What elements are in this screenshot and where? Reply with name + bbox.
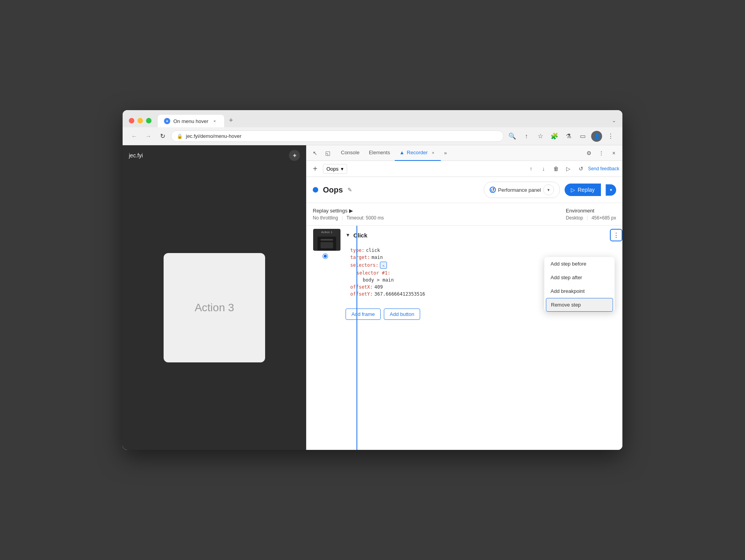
lock-icon: 🔒: [177, 134, 183, 139]
close-button[interactable]: [129, 118, 134, 123]
step-dot: [323, 254, 328, 259]
context-menu-add-breakpoint[interactable]: Add breakpoint: [544, 284, 615, 298]
edit-recording-name-icon[interactable]: ✎: [348, 187, 352, 193]
address-bar[interactable]: 🔒 jec.fyi/demo/menu-hover: [171, 130, 504, 142]
devtools-panel: ↖ ◱ Console Elements ▲ Recorder × » ⚙ ⋮: [306, 145, 622, 450]
action-card: Action 3: [164, 253, 265, 362]
performance-dropdown-icon[interactable]: ▾: [543, 184, 554, 195]
devtools-more-icon[interactable]: ⋮: [596, 148, 607, 159]
context-menu-add-step-after[interactable]: Add step after: [544, 271, 615, 284]
bookmark-icon[interactable]: ☆: [535, 131, 546, 142]
context-menu-add-step-before[interactable]: Add step before: [544, 257, 615, 271]
title-bar: ● On menu hover × + ⌄: [123, 110, 622, 127]
add-recording-button[interactable]: +: [310, 163, 321, 174]
step-collapse-icon[interactable]: ▼: [346, 232, 350, 238]
page-panel: jec.fyi ✦ Action 3: [123, 145, 306, 450]
tab-recorder[interactable]: ▲ Recorder ×: [395, 145, 441, 161]
toolbar-actions: 🔍 ↑ ☆ 🧩 ⚗ ▭ 👤 ⋮: [507, 131, 616, 142]
thumbnail-label: Action 1: [321, 230, 333, 234]
sidebar-icon[interactable]: ▭: [577, 131, 588, 142]
tab-expand-button[interactable]: ⌄: [612, 118, 616, 123]
new-tab-button[interactable]: +: [226, 115, 237, 126]
recorder-tab-close[interactable]: ×: [430, 150, 436, 156]
devtools-settings-icon[interactable]: ⚙: [583, 148, 594, 159]
tabs-row: ● On menu hover × + ⌄: [158, 115, 616, 127]
recording-selector[interactable]: Oops ▾: [323, 164, 347, 174]
recording-selector-chevron: ▾: [341, 166, 344, 172]
tab-favicon: ●: [164, 118, 170, 124]
delete-recording-icon[interactable]: 🗑: [551, 163, 561, 174]
devtools-tab-icons: ↖ ◱: [310, 148, 333, 159]
share-icon[interactable]: ↑: [521, 131, 532, 142]
replay-settings-label[interactable]: Replay settings ▶: [313, 208, 384, 214]
recorder-indicator: ▲: [399, 150, 405, 155]
tab-console[interactable]: Console: [336, 145, 364, 161]
context-menu: Add step before Add step after Add break…: [544, 257, 615, 312]
maximize-button[interactable]: [146, 118, 151, 123]
environment-label: Environment: [566, 208, 616, 214]
step-type-label: Click: [353, 232, 367, 239]
inspect-element-icon[interactable]: ↖: [310, 148, 321, 159]
devtools-actions: ⚙ ⋮ ×: [583, 148, 619, 159]
thumbnail-inner: [317, 237, 336, 251]
replay-button[interactable]: ▷ Replay: [565, 184, 601, 196]
recording-active-dot: [313, 187, 318, 193]
refresh-button[interactable]: ↻: [157, 131, 168, 142]
page-title: jec.fyi: [129, 152, 143, 159]
replay-step-icon[interactable]: ▷: [563, 163, 574, 174]
profile-icon[interactable]: 👤: [591, 131, 602, 142]
timeline-track: [356, 226, 357, 450]
minimize-button[interactable]: [137, 118, 143, 123]
steps-section: Action 1 ▼ Click ⋮: [307, 226, 622, 450]
context-menu-remove-step[interactable]: Remove step: [546, 298, 613, 312]
add-frame-button[interactable]: Add frame: [346, 309, 381, 320]
upload-recording-icon[interactable]: ↑: [526, 163, 536, 174]
replay-settings-chevron: ▶: [349, 208, 353, 214]
more-tabs-button[interactable]: »: [441, 150, 450, 156]
forward-button[interactable]: →: [143, 131, 154, 142]
environment-values: Desktop | 456×685 px: [566, 215, 616, 221]
back-button[interactable]: ←: [129, 131, 140, 142]
content-area: jec.fyi ✦ Action 3 ↖ ◱ Console: [123, 145, 622, 450]
tab-elements[interactable]: Elements: [364, 145, 395, 161]
traffic-lights: [129, 118, 151, 123]
devtools-tab-bar: ↖ ◱ Console Elements ▲ Recorder × » ⚙ ⋮: [307, 145, 622, 161]
environment-col: Environment Desktop | 456×685 px: [566, 208, 616, 221]
download-recording-icon[interactable]: ↓: [538, 163, 549, 174]
send-feedback-link[interactable]: Send feedback: [588, 166, 619, 171]
tab-close-button[interactable]: ×: [212, 118, 218, 124]
action-card-text: Action 3: [194, 301, 234, 314]
recorder-toolbar: + Oops ▾ ↑ ↓ 🗑 ▷ ↺ Send feedback: [307, 161, 622, 177]
labs-icon[interactable]: ⚗: [563, 131, 574, 142]
tab-title: On menu hover: [173, 118, 209, 124]
device-toolbar-icon[interactable]: ◱: [322, 148, 333, 159]
recorder-toolbar-actions: ↑ ↓ 🗑 ▷ ↺ Send feedback: [526, 163, 619, 174]
step-menu-button[interactable]: ⋮: [610, 229, 622, 241]
recording-selector-value: Oops: [326, 166, 339, 172]
search-icon[interactable]: 🔍: [507, 131, 518, 142]
replay-options-icon[interactable]: ↺: [576, 163, 586, 174]
address-text: jec.fyi/demo/menu-hover: [186, 133, 498, 139]
step-header: ▼ Click ⋮: [346, 229, 622, 241]
selector-icon: ↖: [380, 262, 387, 269]
page-header: jec.fyi ✦: [123, 145, 306, 166]
settings-section: Replay settings ▶ No throttling | Timeou…: [307, 203, 622, 226]
more-options-icon[interactable]: ⋮: [605, 131, 616, 142]
recording-title: Oops: [323, 185, 343, 194]
step-thumbnail: Action 1: [313, 229, 340, 251]
performance-panel-label: Performance panel: [498, 187, 541, 193]
theme-toggle-button[interactable]: ✦: [289, 150, 300, 161]
extensions-icon[interactable]: 🧩: [549, 131, 560, 142]
add-button-button[interactable]: Add button: [384, 309, 420, 320]
replay-play-icon: ▷: [571, 187, 575, 193]
browser-window: ● On menu hover × + ⌄ ← → ↻ 🔒 jec.fyi/de…: [123, 110, 622, 450]
replay-settings-values: No throttling | Timeout: 5000 ms: [313, 215, 384, 221]
replay-dropdown-button[interactable]: ▾: [606, 184, 616, 196]
performance-icon: ↺: [490, 187, 496, 193]
replay-button-label: Replay: [577, 187, 595, 193]
active-tab[interactable]: ● On menu hover ×: [158, 115, 224, 127]
devtools-close-icon[interactable]: ×: [608, 148, 619, 159]
performance-panel-button[interactable]: ↺ Performance panel ▾: [484, 182, 560, 198]
recorder-header: Oops ✎ ↺ Performance panel ▾ ▷ Replay ▾: [307, 177, 622, 203]
detail-type: type: click: [350, 248, 618, 253]
